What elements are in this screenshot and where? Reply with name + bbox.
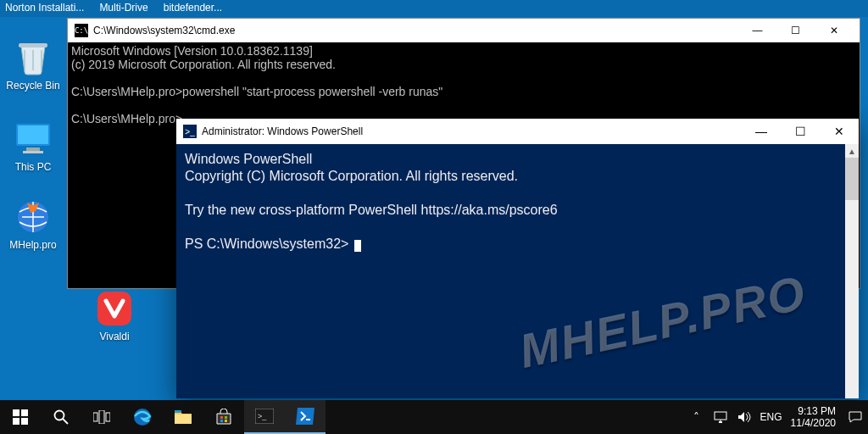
- start-button[interactable]: [0, 400, 41, 434]
- scroll-thumb[interactable]: [845, 158, 859, 200]
- cmd-titlebar[interactable]: C:\ C:\Windows\system32\cmd.exe ― ☐ ✕: [68, 19, 860, 42]
- taskbar-edge[interactable]: [122, 400, 163, 434]
- svg-rect-19: [220, 416, 223, 419]
- svg-rect-18: [175, 410, 181, 413]
- svg-rect-21: [220, 420, 223, 422]
- close-button[interactable]: ✕: [815, 19, 853, 42]
- taskbar-powershell[interactable]: [285, 400, 326, 434]
- action-center-icon[interactable]: [848, 411, 863, 423]
- desktop-icon-label: Vivaldi: [85, 331, 144, 342]
- svg-rect-4: [23, 151, 43, 153]
- volume-icon[interactable]: [737, 411, 752, 423]
- svg-rect-20: [225, 416, 227, 419]
- svg-line-12: [63, 419, 68, 424]
- task-view-icon: [93, 410, 110, 424]
- svg-rect-13: [93, 413, 97, 421]
- task-view-button[interactable]: [81, 400, 122, 434]
- svg-text:>_: >_: [258, 412, 267, 420]
- svg-rect-7: [13, 409, 19, 416]
- scrollbar[interactable]: ▲: [845, 144, 859, 398]
- tray-date: 11/4/2020: [791, 417, 836, 429]
- desktop-icon-label: Recycle Bin: [3, 80, 63, 92]
- svg-rect-14: [99, 410, 104, 424]
- cmd-line: C:\Users\MHelp.pro>powershell "start-pro…: [71, 85, 442, 98]
- network-icon[interactable]: [713, 411, 728, 423]
- close-button[interactable]: ✕: [820, 119, 859, 144]
- ps-title-text: Administrator: Windows PowerShell: [202, 125, 742, 137]
- ps-line: Try the new cross-platform PowerShell ht…: [185, 203, 558, 217]
- powershell-icon: >_: [183, 125, 197, 138]
- svg-rect-0: [19, 43, 47, 47]
- bookmark-norton[interactable]: Norton Installati...: [5, 2, 84, 15]
- tray-overflow-icon[interactable]: ˄: [689, 410, 704, 424]
- svg-rect-9: [13, 418, 19, 425]
- taskbar: >_ ˄ ENG 9:13 PM 11/4/2020: [0, 400, 868, 434]
- system-tray: ˄ ENG 9:13 PM 11/4/2020: [684, 400, 868, 434]
- desktop-icon-label: This PC: [3, 161, 63, 173]
- window-powershell[interactable]: >_ Administrator: Windows PowerShell ― ☐…: [176, 119, 859, 398]
- cmd-icon: >_: [255, 409, 274, 424]
- minimize-button[interactable]: ―: [738, 19, 776, 42]
- cmd-body[interactable]: Microsoft Windows [Version 10.0.18362.11…: [68, 42, 860, 127]
- desktop-icon-recycle-bin[interactable]: Recycle Bin: [3, 37, 63, 92]
- vivaldi-icon: [94, 288, 135, 329]
- cmd-icon: C:\: [75, 24, 88, 37]
- browser-bookmarks-bar: Norton Installati... Multi-Drive bitdefe…: [0, 0, 868, 17]
- monitor-icon: [13, 119, 53, 159]
- ps-line: Windows PowerShell: [185, 152, 312, 166]
- cursor: [354, 240, 361, 252]
- desktop: Norton Installati... Multi-Drive bitdefe…: [0, 0, 868, 434]
- cmd-prompt: C:\Users\MHelp.pro>: [71, 112, 182, 125]
- desktop-icon-label: MHelp.pro: [3, 239, 63, 251]
- svg-rect-10: [21, 418, 28, 425]
- taskbar-explorer[interactable]: [163, 400, 203, 434]
- cmd-line: (c) 2019 Microsoft Corporation. All righ…: [71, 58, 336, 71]
- svg-rect-2: [18, 125, 48, 144]
- ps-line: Copyright (C) Microsoft Corporation. All…: [185, 169, 518, 183]
- maximize-button[interactable]: ☐: [781, 119, 820, 144]
- edge-icon: [132, 407, 153, 427]
- svg-rect-6: [97, 292, 131, 326]
- svg-rect-22: [225, 420, 227, 422]
- bookmark-multidrive[interactable]: Multi-Drive: [99, 2, 147, 15]
- taskbar-store[interactable]: [203, 400, 244, 434]
- clock[interactable]: 9:13 PM 11/4/2020: [791, 405, 839, 429]
- powershell-icon: [295, 408, 315, 425]
- recycle-bin-icon: [13, 37, 53, 78]
- language-indicator[interactable]: ENG: [760, 411, 782, 423]
- maximize-button[interactable]: ☐: [776, 19, 815, 42]
- folder-icon: [174, 409, 192, 425]
- minimize-button[interactable]: ―: [742, 119, 781, 144]
- scroll-up-icon[interactable]: ▲: [845, 144, 859, 158]
- globe-icon: [13, 197, 53, 237]
- desktop-icon-vivaldi[interactable]: Vivaldi: [85, 288, 144, 342]
- svg-rect-8: [21, 409, 28, 416]
- ps-titlebar[interactable]: >_ Administrator: Windows PowerShell ― ☐…: [176, 119, 859, 144]
- svg-rect-25: [715, 412, 726, 420]
- svg-rect-17: [175, 415, 192, 424]
- windows-logo-icon: [13, 409, 28, 425]
- ps-body[interactable]: Windows PowerShell Copyright (C) Microso…: [176, 144, 859, 398]
- ps-prompt: PS C:\Windows\system32>: [185, 236, 353, 251]
- svg-rect-15: [106, 413, 110, 421]
- svg-rect-3: [26, 147, 40, 151]
- taskbar-cmd[interactable]: >_: [244, 400, 285, 434]
- desktop-icon-this-pc[interactable]: This PC: [3, 119, 63, 173]
- search-icon: [53, 409, 69, 425]
- cmd-title-text: C:\Windows\system32\cmd.exe: [93, 25, 738, 36]
- bookmark-bitdefender[interactable]: bitdefender...: [164, 2, 222, 15]
- desktop-icon-mhelp[interactable]: MHelp.pro: [3, 197, 63, 251]
- cmd-line: Microsoft Windows [Version 10.0.18362.11…: [71, 44, 313, 58]
- store-icon: [215, 409, 232, 426]
- svg-point-11: [55, 411, 64, 420]
- search-button[interactable]: [41, 400, 81, 434]
- tray-time: 9:13 PM: [791, 405, 836, 417]
